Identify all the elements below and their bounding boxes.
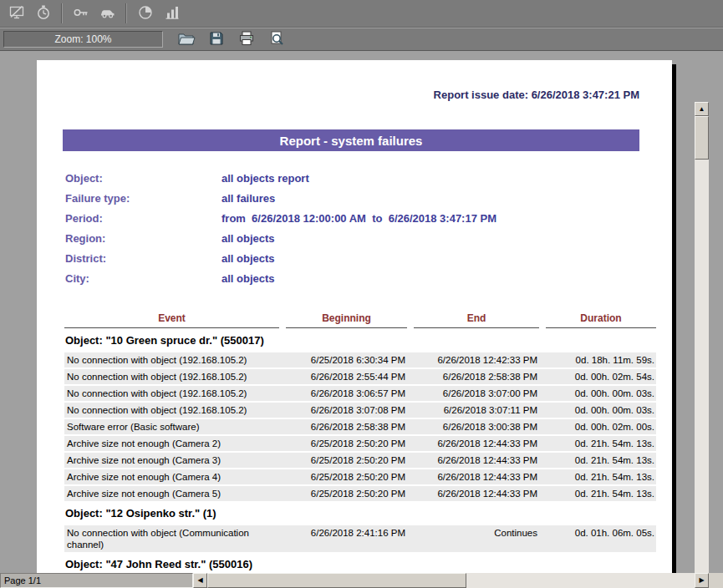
preview-report-button[interactable] — [265, 28, 288, 50]
report-title-banner: Report - system failures — [63, 129, 639, 151]
monitor-slash-icon — [8, 4, 25, 23]
report-issue-date: Report issue date: 6/26/2018 3:47:21 PM — [63, 89, 639, 101]
end-cell: 6/26/2018 12:44:33 PM — [414, 454, 539, 466]
stopwatch-icon — [35, 4, 52, 23]
status-bar: Page 1/1 ◀ ▶ — [0, 573, 723, 588]
beginning-cell: 6/26/2018 3:06:57 PM — [286, 388, 407, 399]
duration-cell: 0d. 00h. 00m. 03s. — [546, 388, 656, 399]
duration-cell: 0d. 21h. 54m. 13s. — [546, 438, 656, 449]
report-meta-row: Period: from 6/26/2018 12:00:00 AM to 6/… — [65, 208, 496, 228]
horizontal-scroll-thumb[interactable] — [207, 573, 466, 588]
table-row: Archive size not enough (Camera 3)6/25/2… — [64, 453, 656, 468]
key-icon — [73, 4, 89, 23]
duration-cell: 0d. 21h. 54m. 13s. — [546, 471, 656, 483]
zoom-label: Zoom: 100% — [54, 33, 111, 45]
report-meta-row: Failure type: all failures — [65, 188, 496, 208]
meta-label: Period: — [65, 212, 221, 225]
end-cell: 6/26/2018 3:07:00 PM — [414, 388, 539, 399]
beginning-cell: 6/25/2018 2:50:20 PM — [286, 471, 407, 483]
beginning-cell: 6/25/2018 2:50:20 PM — [286, 488, 407, 499]
beginning-cell: 6/25/2018 6:30:34 PM — [286, 354, 407, 366]
event-cell: Archive size not enough (Camera 4) — [64, 471, 279, 483]
duration-cell: 0d. 00h. 00m. 03s. — [546, 404, 656, 416]
column-header: Duration — [546, 312, 656, 328]
event-cell: No connection with object (192.168.105.2… — [64, 371, 279, 383]
end-cell: 6/26/2018 2:58:38 PM — [414, 371, 539, 383]
vertical-scroll-thumb[interactable] — [695, 116, 709, 160]
event-cell: No connection with object (192.168.105.2… — [64, 354, 279, 366]
beginning-cell: 6/25/2018 2:50:20 PM — [286, 438, 407, 449]
scroll-up-button[interactable]: ▲ — [695, 102, 709, 116]
scroll-right-button[interactable]: ▶ — [695, 573, 709, 588]
meta-value: all objects — [221, 232, 275, 245]
failures-table: EventBeginningEndDuration Object: "10 Gr… — [64, 312, 656, 573]
end-cell: 6/26/2018 12:44:33 PM — [414, 471, 539, 483]
access-report-button[interactable] — [69, 3, 92, 24]
reports-toolbar — [0, 0, 723, 28]
event-cell: No connection with object (192.168.105.2… — [64, 388, 279, 399]
event-cell: Archive size not enough (Camera 2) — [64, 438, 279, 449]
report-meta-row: District: all objects — [65, 248, 496, 268]
meta-label: City: — [65, 272, 221, 285]
end-cell: 6/26/2018 3:07:11 PM — [414, 404, 539, 416]
preview-icon — [268, 30, 285, 49]
status-page-indicator: Page 1/1 — [0, 573, 193, 588]
meta-label: District: — [65, 252, 221, 265]
open-report-button[interactable] — [175, 28, 197, 50]
report-title: Report - system failures — [280, 134, 423, 148]
video-report-button[interactable] — [5, 3, 28, 24]
table-row: Archive size not enough (Camera 5)6/25/2… — [64, 486, 656, 501]
end-cell: 6/26/2018 12:42:33 PM — [414, 354, 539, 366]
save-report-button[interactable] — [205, 28, 227, 50]
report-meta: Object: all objects report Failure type:… — [65, 168, 496, 288]
group-heading: Object: "10 Green spruce dr." (550017) — [65, 334, 656, 347]
horizontal-scrollbar[interactable]: ◀ ▶ — [193, 573, 709, 588]
event-cell: No connection with object (Communication… — [64, 527, 279, 550]
duration-cell: 0d. 21h. 54m. 13s. — [546, 488, 656, 499]
column-header: Event — [64, 312, 279, 328]
duration-cell: 0d. 01h. 06m. 05s. — [546, 527, 656, 550]
meta-label: Failure type: — [65, 192, 221, 205]
column-header: End — [414, 312, 539, 328]
open-folder-icon — [177, 30, 196, 49]
table-row: Archive size not enough (Camera 4)6/25/2… — [64, 469, 656, 484]
duration-cell: 0d. 18h. 11m. 59s. — [546, 354, 656, 366]
meta-value: all failures — [221, 192, 275, 205]
report-meta-row: Object: all objects report — [65, 168, 496, 188]
duration-cell: 0d. 00h. 02m. 54s. — [546, 371, 656, 383]
vehicle-report-button[interactable] — [96, 3, 119, 24]
bar-chart-icon — [164, 4, 181, 23]
pie-chart-icon — [137, 4, 154, 23]
toolbar-separator — [125, 3, 127, 23]
duration-cell: 0d. 00h. 02m. 00s. — [546, 421, 656, 433]
group-heading: Object: "12 Osipenko str." (1) — [65, 507, 656, 520]
pie-report-button[interactable] — [134, 3, 156, 24]
time-report-button[interactable] — [32, 3, 54, 24]
event-cell: Archive size not enough (Camera 5) — [64, 488, 279, 499]
table-header-row: EventBeginningEndDuration — [64, 312, 656, 328]
report-meta-row: Region: all objects — [65, 228, 496, 248]
event-cell: No connection with object (192.168.105.2… — [64, 404, 279, 416]
table-row: No connection with object (192.168.105.2… — [64, 369, 656, 384]
meta-value: all objects report — [221, 172, 309, 185]
end-cell: Continues — [414, 527, 539, 550]
vertical-scrollbar[interactable]: ▲ ▼ — [695, 102, 709, 573]
table-row: No connection with object (192.168.105.2… — [64, 386, 656, 401]
car-icon — [99, 4, 116, 23]
table-row: Software error (Basic software)6/26/2018… — [64, 419, 656, 434]
group-heading: Object: "47 John Reed str." (550016) — [65, 558, 656, 571]
scroll-left-button[interactable]: ◀ — [193, 573, 207, 588]
event-cell: Archive size not enough (Camera 3) — [64, 454, 279, 466]
toolbar-separator — [61, 3, 63, 23]
column-header: Beginning — [286, 312, 407, 328]
report-page: Report issue date: 6/26/2018 3:47:21 PM … — [37, 60, 672, 573]
chart-report-button[interactable] — [160, 3, 183, 24]
beginning-cell: 6/26/2018 2:55:44 PM — [286, 371, 407, 383]
zoom-indicator[interactable]: Zoom: 100% — [3, 31, 163, 48]
end-cell: 6/26/2018 3:00:38 PM — [414, 421, 539, 433]
beginning-cell: 6/26/2018 2:41:16 PM — [286, 527, 407, 550]
save-icon — [208, 30, 225, 49]
event-cell: Software error (Basic software) — [64, 421, 279, 433]
print-report-button[interactable] — [235, 28, 257, 50]
scrollbar-corner — [709, 573, 723, 588]
